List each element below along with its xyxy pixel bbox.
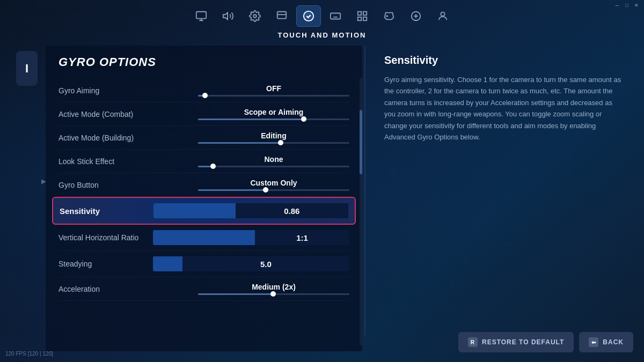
control-look-stick-effect[interactable]: None — [198, 155, 349, 167]
slider-thumb-gyro-button[interactable] — [263, 187, 268, 193]
svg-rect-7 — [358, 17, 361, 20]
label-active-mode-combat: Active Mode (Combat) — [58, 110, 198, 119]
setting-row-active-mode-combat[interactable]: Active Mode (Combat) Scope or Aiming — [58, 102, 349, 126]
tab-display[interactable] — [269, 5, 294, 27]
label-steadying: Steadying — [58, 260, 153, 268]
tab-audio[interactable] — [216, 5, 240, 27]
control-active-mode-combat[interactable]: Scope or Aiming — [198, 108, 349, 120]
settings-panel: GYRO OPTIONS Gyro Aiming OFF Active Mode… — [46, 46, 362, 351]
back-label: BACK — [603, 338, 624, 346]
value-acceleration: Medium (2x) — [252, 283, 296, 291]
svg-rect-6 — [363, 12, 367, 15]
tab-keyboard[interactable] — [323, 5, 348, 27]
label-active-mode-building: Active Mode (Building) — [58, 134, 198, 142]
label-gyro-aiming: Gyro Aiming — [58, 86, 198, 95]
panel-divider — [364, 46, 365, 335]
value-steadying: 5.0 — [182, 256, 349, 271]
control-active-mode-building[interactable]: Editing — [198, 131, 349, 144]
tab-settings[interactable] — [243, 5, 267, 27]
tab-user[interactable] — [430, 5, 455, 27]
minimize-btn[interactable]: ─ — [614, 2, 620, 9]
label-acceleration: Acceleration — [58, 285, 198, 293]
fps-display: 120 FPS [120 | 120] — [5, 351, 53, 357]
tab-controller1[interactable] — [377, 5, 401, 27]
value-active-mode-combat: Scope or Aiming — [244, 108, 304, 116]
svg-rect-8 — [363, 17, 367, 20]
slider-look-stick-effect[interactable] — [198, 166, 349, 167]
control-sensitivity[interactable]: 0.86 — [153, 203, 348, 218]
scrollbar[interactable] — [360, 78, 362, 346]
value-active-mode-building: Editing — [261, 131, 286, 140]
bar-fill-sensitivity — [153, 203, 235, 218]
control-gyro-aiming[interactable]: OFF — [198, 84, 349, 97]
slider-thumb-look-stick-effect[interactable] — [210, 164, 216, 169]
close-btn[interactable]: ✕ — [633, 2, 640, 9]
bar-fill-vh-ratio — [153, 230, 255, 245]
slider-thumb-active-mode-building[interactable] — [278, 140, 283, 145]
setting-row-vh-ratio[interactable]: Vertical Horizontal Ratio 1:1 — [58, 225, 349, 251]
tab-controller2[interactable] — [404, 5, 428, 27]
control-steadying[interactable]: 5.0 — [153, 256, 349, 271]
slider-fill-active-mode-building — [198, 142, 281, 144]
info-panel: Sensitivity Gyro aiming sensitivity. Cho… — [376, 46, 633, 319]
setting-row-steadying[interactable]: Steadying 5.0 — [58, 251, 349, 277]
restore-key-badge: R — [468, 337, 478, 347]
slider-fill-acceleration — [198, 293, 274, 295]
setting-row-sensitivity[interactable]: Sensitivity 0.86 — [52, 197, 356, 225]
tab-motion[interactable] — [296, 5, 321, 27]
back-key-badge: ⬅ — [589, 337, 598, 347]
back-button[interactable]: ⬅ BACK — [579, 332, 633, 352]
svg-point-10 — [441, 12, 444, 16]
slider-active-mode-combat[interactable] — [198, 119, 349, 120]
setting-row-look-stick-effect[interactable]: Look Stick Effect None — [58, 150, 349, 173]
svg-point-2 — [253, 14, 257, 18]
scroll-thumb[interactable] — [360, 110, 362, 174]
label-vh-ratio: Vertical Horizontal Ratio — [58, 233, 153, 242]
value-look-stick-effect: None — [265, 155, 283, 164]
tab-monitor[interactable] — [189, 5, 214, 27]
slider-fill-active-mode-combat — [198, 119, 304, 120]
value-sensitivity: 0.86 — [236, 203, 348, 218]
info-title: Sensitivity — [384, 54, 625, 67]
control-vh-ratio[interactable]: 1:1 — [153, 230, 349, 245]
slider-gyro-button[interactable] — [198, 189, 349, 191]
slider-fill-gyro-button — [198, 189, 266, 191]
slider-thumb-active-mode-combat[interactable] — [301, 116, 306, 122]
window-controls: ─ □ ✕ — [610, 0, 644, 11]
control-gyro-button[interactable]: Custom Only — [198, 179, 349, 191]
nav-tabs — [189, 5, 455, 27]
restore-label: RESTORE TO DEFAULT — [482, 338, 564, 346]
setting-row-acceleration[interactable]: Acceleration Medium (2x) — [58, 277, 349, 301]
label-gyro-button: Gyro Button — [58, 181, 198, 189]
slider-acceleration[interactable] — [198, 293, 349, 295]
bottom-buttons: R RESTORE TO DEFAULT ⬅ BACK — [458, 332, 633, 352]
sidebar-indicator: I — [16, 51, 38, 86]
label-look-stick-effect: Look Stick Effect — [58, 157, 198, 166]
value-gyro-aiming: OFF — [266, 84, 281, 93]
svg-rect-4 — [331, 13, 340, 19]
svg-rect-5 — [358, 12, 361, 15]
restore-default-button[interactable]: R RESTORE TO DEFAULT — [458, 332, 574, 352]
info-text: Gyro aiming sensitivity. Choose 1 for th… — [384, 74, 625, 143]
label-sensitivity: Sensitivity — [60, 206, 153, 216]
control-acceleration[interactable]: Medium (2x) — [198, 283, 349, 295]
slider-thumb-gyro-aiming[interactable] — [202, 93, 208, 98]
value-gyro-button: Custom Only — [250, 179, 297, 187]
slider-gyro-aiming[interactable] — [198, 95, 349, 97]
svg-rect-0 — [196, 12, 206, 19]
value-vh-ratio: 1:1 — [255, 230, 349, 245]
panel-title: GYRO OPTIONS — [58, 55, 349, 69]
setting-row-active-mode-building[interactable]: Active Mode (Building) Editing — [58, 126, 349, 150]
svg-marker-1 — [223, 13, 228, 20]
slider-thumb-acceleration[interactable] — [270, 291, 276, 297]
tab-grid[interactable] — [350, 5, 375, 27]
setting-row-gyro-aiming[interactable]: Gyro Aiming OFF — [58, 79, 349, 102]
section-title: TOUCH AND MOTION — [278, 31, 367, 39]
slider-active-mode-building[interactable] — [198, 142, 349, 144]
bar-fill-steadying — [153, 256, 182, 271]
maximize-btn[interactable]: □ — [624, 2, 630, 9]
setting-row-gyro-button[interactable]: Gyro Button Custom Only — [58, 173, 349, 197]
